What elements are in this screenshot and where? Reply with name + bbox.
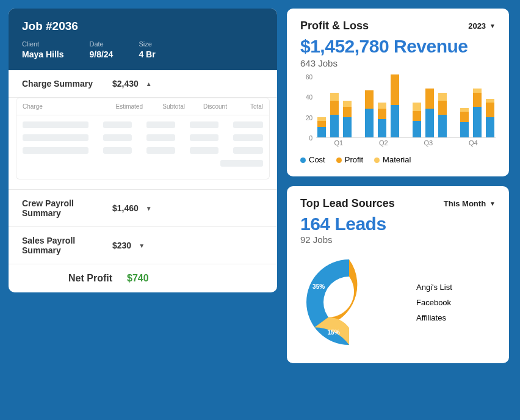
chevron-down-icon: ▼ xyxy=(489,23,496,29)
revenue-headline: $1,452,780 Revenue xyxy=(300,36,496,57)
dot-material-icon xyxy=(374,158,380,163)
col-total: Total xyxy=(227,103,263,110)
ytick: 60 xyxy=(306,74,312,81)
jobs-count: 643 Jobs xyxy=(300,58,496,68)
bar xyxy=(365,90,374,137)
charge-summary-value: $2,430 xyxy=(112,79,139,89)
date-value: 9/8/24 xyxy=(89,49,113,59)
profit-loss-card: Profit & Loss 2023 ▼ $1,452,780 Revenue … xyxy=(287,9,509,176)
bar xyxy=(486,99,494,137)
bar xyxy=(438,93,447,137)
legend-item: Affiliates xyxy=(416,313,452,322)
col-charge: Charge xyxy=(23,103,101,110)
legend-item: Angi's List xyxy=(416,283,452,292)
dot-cost-icon xyxy=(300,158,306,163)
charge-table-body xyxy=(16,115,270,179)
client-value: Maya Hills xyxy=(22,49,63,59)
charge-summary-toggle[interactable]: Charge Summary $2,430 ▲ xyxy=(9,70,277,98)
quarter-label: Q4 xyxy=(451,139,496,150)
chevron-down-icon: ▼ xyxy=(139,242,145,249)
net-profit-label: Net Profit xyxy=(63,273,112,284)
job-card: Job #2036 Client Maya Hills Date 9/8/24 … xyxy=(9,9,277,292)
legend-item: Facebook xyxy=(416,298,452,307)
period-selector[interactable]: This Month ▼ xyxy=(444,199,496,208)
sales-payroll-value: $230 xyxy=(112,241,131,250)
col-discount: Discount xyxy=(185,103,227,110)
crew-payroll-label: Crew Payroll Summary xyxy=(22,198,112,218)
ytick: 20 xyxy=(306,114,312,121)
col-estimated: Estimated xyxy=(101,103,143,110)
sales-payroll-label: Sales Payroll Summary xyxy=(22,236,112,255)
leads-jobs: 92 Jobs xyxy=(300,234,496,245)
leads-card: Top Lead Sources This Month ▼ 164 Leads … xyxy=(287,186,509,363)
client-label: Client xyxy=(22,40,63,48)
sales-payroll-toggle[interactable]: Sales Payroll Summary $230 ▼ xyxy=(9,227,277,264)
leads-title: Top Lead Sources xyxy=(300,197,395,210)
ytick: 40 xyxy=(306,94,312,101)
donut-pct-2: 15% xyxy=(328,329,340,336)
crew-payroll-toggle[interactable]: Crew Payroll Summary $1,460 ▼ xyxy=(9,189,277,227)
bar xyxy=(425,89,434,137)
profit-loss-title: Profit & Loss xyxy=(300,20,369,32)
col-subtotal: Subtotal xyxy=(143,103,185,110)
ytick: 0 xyxy=(309,135,312,142)
bar xyxy=(473,89,482,137)
crew-payroll-value: $1,460 xyxy=(112,203,139,213)
charge-table-header: Charge Estimated Subtotal Discount Total xyxy=(16,98,270,115)
net-profit-row: Net Profit $740 xyxy=(9,264,277,292)
dot-profit-icon xyxy=(336,158,342,163)
year-selector[interactable]: 2023 ▼ xyxy=(468,21,496,31)
bar xyxy=(343,101,352,137)
quarter-label: Q2 xyxy=(361,139,406,150)
pl-bar-chart: 6040200 Q1Q2Q3Q4 xyxy=(300,77,496,150)
bar xyxy=(378,103,386,137)
bar xyxy=(391,74,399,137)
bar xyxy=(413,103,421,137)
job-title: Job #2036 xyxy=(22,20,264,33)
pl-legend: Cost Profit Material xyxy=(300,155,496,164)
chevron-down-icon: ▼ xyxy=(489,200,496,207)
chevron-up-icon: ▲ xyxy=(146,81,152,87)
size-label: Size xyxy=(139,40,155,48)
bar xyxy=(317,117,326,137)
bar xyxy=(330,93,339,137)
bar xyxy=(460,108,469,137)
net-profit-value: $740 xyxy=(127,273,149,284)
chevron-down-icon: ▼ xyxy=(146,205,152,212)
leads-legend: Angi's ListFacebookAffiliates xyxy=(416,283,452,322)
donut-pct-0: 50% xyxy=(377,299,389,305)
date-label: Date xyxy=(89,40,113,48)
size-value: 4 Br xyxy=(139,49,155,59)
leads-headline: 164 Leads xyxy=(300,214,496,234)
job-header: Job #2036 Client Maya Hills Date 9/8/24 … xyxy=(9,9,277,70)
charge-summary-label: Charge Summary xyxy=(22,79,112,89)
donut-pct-1: 35% xyxy=(312,283,325,290)
quarter-label: Q3 xyxy=(406,139,451,150)
quarter-label: Q1 xyxy=(316,139,361,150)
leads-donut: 50% 35% 15% xyxy=(300,253,398,351)
